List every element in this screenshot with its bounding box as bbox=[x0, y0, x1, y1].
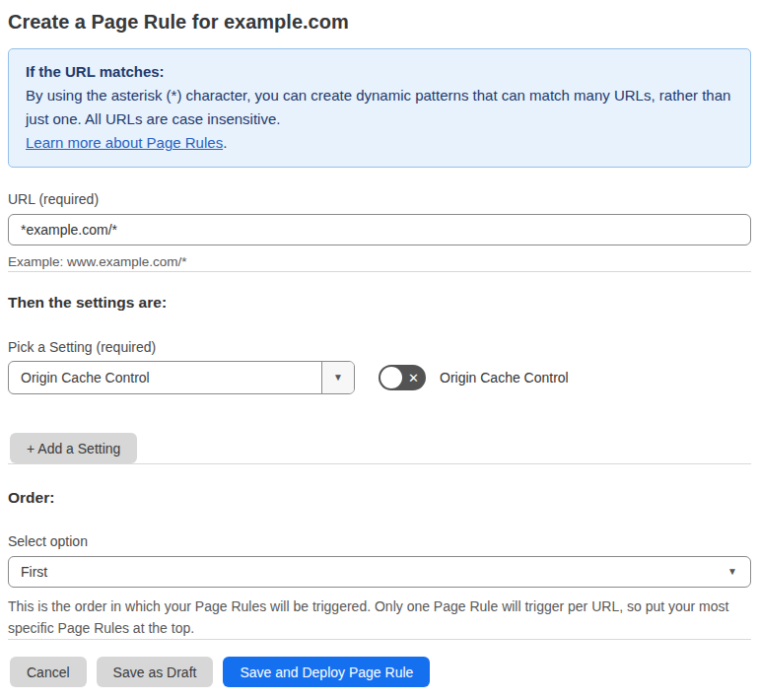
toggle-knob bbox=[380, 367, 402, 388]
order-heading: Order: bbox=[8, 488, 751, 508]
divider bbox=[8, 463, 751, 464]
setting-row: Origin Cache Control ▼ ✕ Origin Cache Co… bbox=[8, 361, 751, 394]
divider bbox=[8, 271, 751, 272]
settings-section: Then the settings are: Pick a Setting (r… bbox=[8, 293, 751, 463]
url-field-group: URL (required) Example: www.example.com/… bbox=[8, 190, 751, 271]
order-section: Order: Select option First ▼ This is the… bbox=[8, 488, 751, 639]
toggle-label: Origin Cache Control bbox=[440, 370, 569, 385]
setting-select-value: Origin Cache Control bbox=[9, 362, 321, 393]
save-deploy-button[interactable]: Save and Deploy Page Rule bbox=[223, 657, 430, 687]
toggle-off-x-icon: ✕ bbox=[408, 372, 419, 385]
link-suffix: . bbox=[223, 134, 227, 151]
divider bbox=[8, 639, 751, 640]
info-box-link-line: Learn more about Page Rules. bbox=[26, 131, 734, 155]
setting-select[interactable]: Origin Cache Control ▼ bbox=[8, 361, 355, 394]
url-input[interactable] bbox=[8, 214, 751, 245]
settings-heading: Then the settings are: bbox=[8, 293, 751, 313]
url-example-text: Example: www.example.com/* bbox=[8, 252, 751, 271]
order-select-value: First bbox=[9, 564, 750, 580]
save-draft-button[interactable]: Save as Draft bbox=[97, 657, 214, 687]
info-box-body: By using the asterisk (*) character, you… bbox=[26, 84, 734, 131]
learn-more-link[interactable]: Learn more about Page Rules bbox=[26, 134, 223, 151]
pick-setting-label: Pick a Setting (required) bbox=[8, 338, 751, 356]
order-help-text: This is the order in which your Page Rul… bbox=[8, 595, 737, 639]
setting-select-caret-button[interactable]: ▼ bbox=[321, 362, 354, 393]
info-box-heading: If the URL matches: bbox=[26, 60, 734, 84]
caret-down-icon: ▼ bbox=[727, 567, 737, 577]
footer-actions: Cancel Save as Draft Save and Deploy Pag… bbox=[8, 657, 751, 687]
caret-down-icon: ▼ bbox=[333, 373, 343, 383]
origin-cache-control-toggle[interactable]: ✕ bbox=[379, 365, 426, 390]
add-setting-button[interactable]: + Add a Setting bbox=[10, 433, 137, 463]
page-title: Create a Page Rule for example.com bbox=[8, 8, 751, 35]
url-field-label: URL (required) bbox=[8, 190, 751, 208]
order-select[interactable]: First ▼ bbox=[8, 556, 751, 588]
cancel-button[interactable]: Cancel bbox=[10, 657, 87, 687]
order-select-label: Select option bbox=[8, 532, 751, 550]
url-match-info-box: If the URL matches: By using the asteris… bbox=[8, 48, 751, 168]
create-page-rule-form: Create a Page Rule for example.com If th… bbox=[0, 0, 759, 687]
